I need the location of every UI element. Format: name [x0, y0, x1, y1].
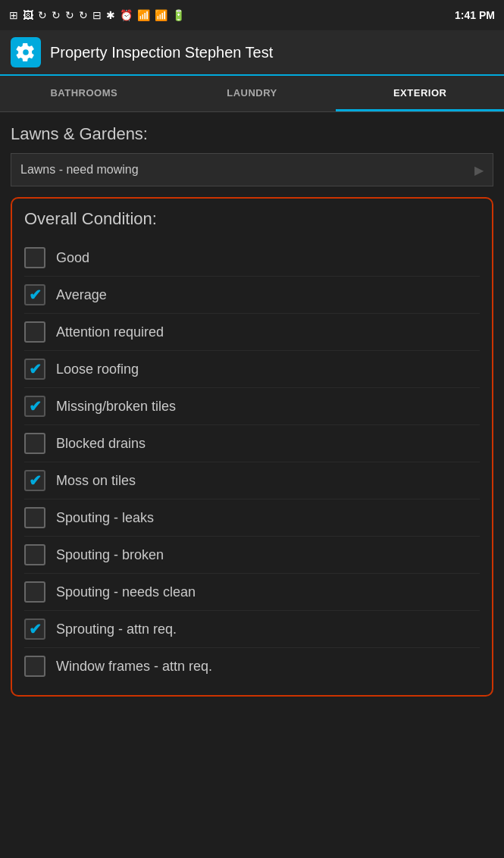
- checkbox-label: Window frames - attn req.: [56, 659, 212, 675]
- tab-exterior[interactable]: EXTERIOR: [336, 76, 504, 111]
- checkbox-box[interactable]: ✔: [24, 396, 45, 417]
- checkbox-label: Sprouting - attn req.: [56, 622, 177, 637]
- checkbox-item[interactable]: ✔Missing/broken tiles: [24, 388, 480, 425]
- checkmark-icon: ✔: [29, 622, 42, 637]
- checkbox-item[interactable]: Spouting - needs clean: [24, 574, 480, 611]
- status-bar-left: ⊞ 🖼 ↻ ↻ ↻ ↻ ⊟ ✱ ⏰ 📶 📶 🔋: [9, 9, 185, 21]
- checkbox-box[interactable]: [24, 581, 45, 603]
- checkbox-box[interactable]: [24, 507, 45, 528]
- checkbox-list: Good✔AverageAttention required✔Loose roo…: [24, 240, 480, 684]
- checkbox-label: Spouting - leaks: [56, 510, 154, 526]
- checkmark-icon: ✔: [29, 473, 42, 488]
- checkbox-box[interactable]: [24, 656, 45, 677]
- checkbox-box[interactable]: [24, 433, 45, 454]
- time-display: 1:41 PM: [455, 9, 495, 21]
- checkmark-icon: ✔: [29, 287, 42, 302]
- android-icon: ⊟: [92, 9, 102, 21]
- signal-icon: 📶: [155, 9, 167, 21]
- refresh2-icon: ↻: [52, 9, 61, 21]
- checkbox-label: Blocked drains: [56, 436, 146, 452]
- bluetooth-icon: ✱: [106, 9, 115, 21]
- checkbox-label: Attention required: [56, 324, 164, 340]
- checkbox-item[interactable]: Attention required: [24, 314, 480, 351]
- checkbox-item[interactable]: Spouting - leaks: [24, 499, 480, 537]
- checkbox-box[interactable]: [24, 321, 45, 343]
- checkbox-item[interactable]: ✔Sprouting - attn req.: [24, 611, 480, 648]
- checkmark-icon: ✔: [29, 362, 42, 377]
- checkbox-item[interactable]: Blocked drains: [24, 425, 480, 462]
- lawns-input[interactable]: Lawns - need mowing ▶: [11, 153, 493, 186]
- checkbox-box[interactable]: ✔: [24, 284, 45, 305]
- condition-title: Overall Condition:: [24, 209, 480, 229]
- checkbox-box[interactable]: ✔: [24, 618, 45, 640]
- lawns-section-title: Lawns & Gardens:: [11, 124, 493, 144]
- tab-laundry[interactable]: LAUNDRY: [168, 76, 337, 111]
- tab-bathrooms[interactable]: BATHROOMS: [0, 76, 168, 111]
- checkbox-item[interactable]: ✔Moss on tiles: [24, 462, 480, 499]
- lawns-input-value: Lawns - need mowing: [20, 163, 139, 177]
- checkbox-item[interactable]: Good: [24, 240, 480, 277]
- refresh3-icon: ↻: [65, 9, 74, 21]
- status-bar: ⊞ 🖼 ↻ ↻ ↻ ↻ ⊟ ✱ ⏰ 📶 📶 🔋 1:41 PM: [0, 0, 504, 30]
- checkbox-label: Good: [56, 250, 89, 266]
- app-title: Property Inspection Stephen Test: [50, 44, 273, 61]
- checkbox-label: Spouting - broken: [56, 547, 164, 563]
- refresh1-icon: ↻: [38, 9, 47, 21]
- checkbox-item[interactable]: Spouting - broken: [24, 537, 480, 574]
- condition-box: Overall Condition: Good✔AverageAttention…: [11, 197, 493, 697]
- alarm-icon: ⏰: [120, 9, 133, 21]
- checkbox-item[interactable]: Window frames - attn req.: [24, 648, 480, 684]
- checkbox-label: Spouting - needs clean: [56, 584, 196, 600]
- gear-icon: [16, 42, 36, 62]
- status-bar-right: 1:41 PM: [455, 9, 495, 21]
- image-icon: 🖼: [23, 9, 33, 21]
- add-icon: ⊞: [9, 9, 18, 21]
- checkbox-label: Missing/broken tiles: [56, 399, 176, 415]
- checkbox-label: Average: [56, 287, 107, 303]
- app-header: Property Inspection Stephen Test: [0, 30, 504, 76]
- checkbox-box[interactable]: ✔: [24, 470, 45, 491]
- checkbox-item[interactable]: ✔Loose roofing: [24, 351, 480, 388]
- main-content: Lawns & Gardens: Lawns - need mowing ▶ O…: [0, 112, 504, 858]
- tab-bar: BATHROOMS LAUNDRY EXTERIOR: [0, 76, 504, 112]
- checkbox-box[interactable]: [24, 544, 45, 565]
- checkmark-icon: ✔: [29, 399, 42, 414]
- checkbox-item[interactable]: ✔Average: [24, 277, 480, 314]
- refresh4-icon: ↻: [79, 9, 88, 21]
- app-icon: [11, 37, 41, 67]
- checkbox-box[interactable]: [24, 247, 45, 268]
- checkbox-label: Moss on tiles: [56, 473, 136, 489]
- scroll-indicator: ▶: [474, 163, 484, 177]
- battery-icon: 🔋: [172, 9, 185, 21]
- checkbox-box[interactable]: ✔: [24, 359, 45, 380]
- wifi-icon: 📶: [137, 9, 150, 21]
- checkbox-label: Loose roofing: [56, 362, 139, 377]
